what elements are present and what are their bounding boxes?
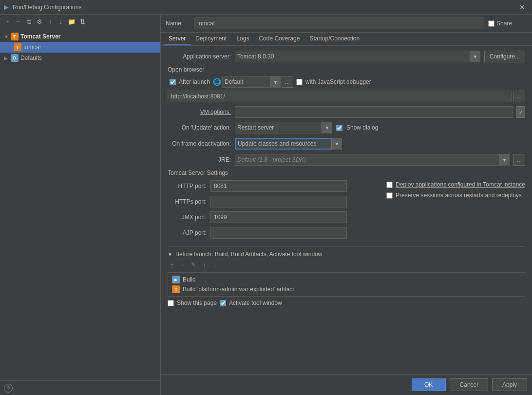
share-label: Share bbox=[496, 20, 512, 27]
preserve-sessions-checkbox[interactable] bbox=[386, 192, 393, 199]
launch-remove-button[interactable]: − bbox=[178, 261, 187, 269]
sort-button[interactable]: ⇅ bbox=[78, 18, 87, 26]
before-launch-header: ▼ Before launch: Build, Build Artifacts,… bbox=[168, 251, 525, 258]
apply-button[interactable]: Apply bbox=[492, 378, 527, 391]
after-launch-checkbox[interactable] bbox=[170, 79, 176, 85]
launch-item-artifact[interactable]: ⚙ Build 'platform-admin:war exploded' ar… bbox=[170, 284, 523, 294]
title-bar-text: Run/Debug Configurations bbox=[13, 4, 513, 11]
tree-arrow-defaults: ▶ bbox=[4, 56, 9, 61]
configure-button[interactable]: Configure... bbox=[484, 51, 525, 62]
tree-item-tomcat[interactable]: T tomcat bbox=[0, 42, 160, 53]
build-icon: ▶ bbox=[172, 276, 180, 283]
preserve-sessions-row: Preserve sessions across restarts and re… bbox=[386, 192, 525, 199]
folder-button[interactable]: 📁 bbox=[67, 18, 76, 26]
vm-expand-button[interactable]: ⤢ bbox=[516, 106, 525, 118]
vm-options-input[interactable] bbox=[235, 106, 513, 118]
ajp-port-row: AJP port: bbox=[168, 227, 367, 239]
move-down-button[interactable]: ↓ bbox=[57, 18, 65, 26]
launch-add-button[interactable]: + bbox=[168, 261, 176, 269]
deploy-apps-checkbox[interactable] bbox=[386, 182, 393, 188]
title-bar-icon: ▶ bbox=[4, 3, 9, 11]
close-button[interactable]: ✕ bbox=[516, 2, 528, 12]
launch-item-artifact-label: Build 'platform-admin:war exploded' arti… bbox=[183, 286, 294, 293]
name-label: Name: bbox=[166, 20, 190, 27]
copy-config-button[interactable]: ⧉ bbox=[24, 18, 33, 26]
tab-startup-connection[interactable]: Startup/Connection bbox=[304, 33, 364, 45]
launch-list: ▶ Build ⚙ Build 'platform-admin:war expl… bbox=[168, 272, 525, 297]
main-layout: + − ⧉ ⚙ ↑ ↓ 📁 ⇅ ▼ T Tomcat Server T bbox=[0, 15, 532, 395]
show-page-row: Show this page Activate tool window bbox=[168, 300, 525, 306]
content-area: Application server: Tomcat 8.0.30 ▼ Conf… bbox=[161, 46, 532, 374]
browser-url-row: ... bbox=[168, 91, 525, 102]
js-debugger-label: with JavaScript debugger bbox=[305, 78, 371, 85]
on-frame-label: On frame deactivation: bbox=[168, 140, 231, 147]
http-port-input[interactable] bbox=[210, 180, 347, 192]
launch-item-build[interactable]: ▶ Build bbox=[170, 275, 523, 284]
https-port-input[interactable] bbox=[210, 196, 347, 207]
ports-right: Deploy applications configured in Tomcat… bbox=[386, 180, 525, 243]
on-frame-select-wrapper: Update classes and resources ▼ bbox=[235, 138, 342, 150]
move-up-button[interactable]: ↑ bbox=[46, 18, 55, 26]
share-checkbox[interactable] bbox=[488, 20, 494, 27]
tree-item-defaults[interactable]: ▶ D Defaults bbox=[0, 53, 160, 63]
app-server-row: Application server: Tomcat 8.0.30 ▼ Conf… bbox=[168, 51, 525, 62]
app-server-select[interactable]: Tomcat 8.0.30 bbox=[235, 51, 480, 62]
vm-options-label: VM options: bbox=[168, 109, 231, 115]
jmx-port-input[interactable] bbox=[210, 211, 347, 223]
show-page-checkbox[interactable] bbox=[168, 300, 174, 306]
launch-up-button[interactable]: ↑ bbox=[200, 261, 209, 269]
open-browser-label: Open browser bbox=[168, 66, 525, 73]
browser-icon: 🌐 bbox=[213, 78, 221, 86]
vm-options-row: VM options: ⤢ bbox=[168, 106, 525, 118]
tab-deployment[interactable]: Deployment bbox=[190, 33, 231, 45]
deploy-apps-label: Deploy applications configured in Tomcat… bbox=[396, 181, 525, 188]
activate-window-checkbox[interactable] bbox=[220, 300, 226, 306]
url-input[interactable] bbox=[168, 91, 512, 102]
deploy-apps-row: Deploy applications configured in Tomcat… bbox=[386, 181, 525, 188]
help-button[interactable]: ? bbox=[4, 384, 13, 393]
show-dialog-label: Show dialog bbox=[346, 124, 378, 131]
before-launch-collapse-arrow[interactable]: ▼ bbox=[168, 252, 172, 257]
on-update-select[interactable]: Restart server bbox=[235, 122, 332, 133]
tabs-bar: Server Deployment Logs Code Coverage Sta… bbox=[161, 33, 532, 46]
cancel-button[interactable]: Cancel bbox=[450, 378, 488, 391]
https-port-row: HTTPs port: bbox=[168, 196, 367, 207]
jre-select-wrapper: Default (1.8 - project SDK) ▼ bbox=[235, 154, 510, 166]
gear-config-button[interactable]: ⚙ bbox=[35, 18, 44, 26]
on-frame-select[interactable]: Update classes and resources bbox=[235, 138, 342, 150]
name-input[interactable] bbox=[194, 18, 484, 29]
left-bottom-bar: ? bbox=[0, 380, 160, 395]
browser-more-button[interactable]: ... bbox=[282, 76, 293, 88]
tomcat-server-icon: T bbox=[11, 33, 19, 40]
launch-down-button[interactable]: ↓ bbox=[210, 261, 219, 269]
show-dialog-checkbox[interactable] bbox=[336, 125, 342, 131]
url-more-button[interactable]: ... bbox=[513, 91, 525, 102]
http-port-row: HTTP port: bbox=[168, 180, 367, 192]
tab-logs[interactable]: Logs bbox=[231, 33, 254, 45]
remove-config-button[interactable]: − bbox=[14, 18, 22, 26]
jre-more-button[interactable]: ... bbox=[513, 154, 525, 166]
launch-item-build-label: Build bbox=[183, 276, 196, 283]
artifact-icon: ⚙ bbox=[172, 285, 180, 293]
jmx-port-label: JMX port: bbox=[168, 214, 207, 221]
js-debugger-checkbox[interactable] bbox=[296, 79, 303, 85]
tomcat-settings-label: Tomcat Server Settings bbox=[168, 169, 525, 176]
tab-code-coverage[interactable]: Code Coverage bbox=[254, 33, 304, 45]
left-panel: + − ⧉ ⚙ ↑ ↓ 📁 ⇅ ▼ T Tomcat Server T bbox=[0, 15, 161, 395]
right-panel: Name: Share Server Deployment Logs Code … bbox=[161, 15, 532, 395]
jre-select[interactable]: Default (1.8 - project SDK) bbox=[235, 154, 510, 166]
tree-item-tomcat-server[interactable]: ▼ T Tomcat Server bbox=[0, 31, 160, 42]
title-bar: ▶ Run/Debug Configurations ✕ bbox=[0, 0, 532, 15]
bottom-bar: OK Cancel Apply bbox=[161, 374, 532, 395]
tab-server[interactable]: Server bbox=[164, 33, 190, 45]
ajp-port-input[interactable] bbox=[210, 227, 347, 239]
launch-edit-button[interactable]: ✎ bbox=[189, 261, 198, 269]
ok-button[interactable]: OK bbox=[412, 378, 446, 391]
on-update-row: On 'Update' action: Restart server ▼ Sho… bbox=[168, 122, 525, 133]
add-config-button[interactable]: + bbox=[3, 18, 12, 26]
browser-select[interactable]: Default bbox=[222, 76, 281, 88]
ports-left: HTTP port: HTTPs port: JMX port: AJ bbox=[168, 180, 367, 243]
before-launch-label: Before launch: Build, Build Artifacts, A… bbox=[175, 251, 323, 258]
browser-row: After launch 🌐 Default ▼ ... with J bbox=[168, 76, 525, 88]
name-row: Name: Share bbox=[161, 15, 532, 33]
